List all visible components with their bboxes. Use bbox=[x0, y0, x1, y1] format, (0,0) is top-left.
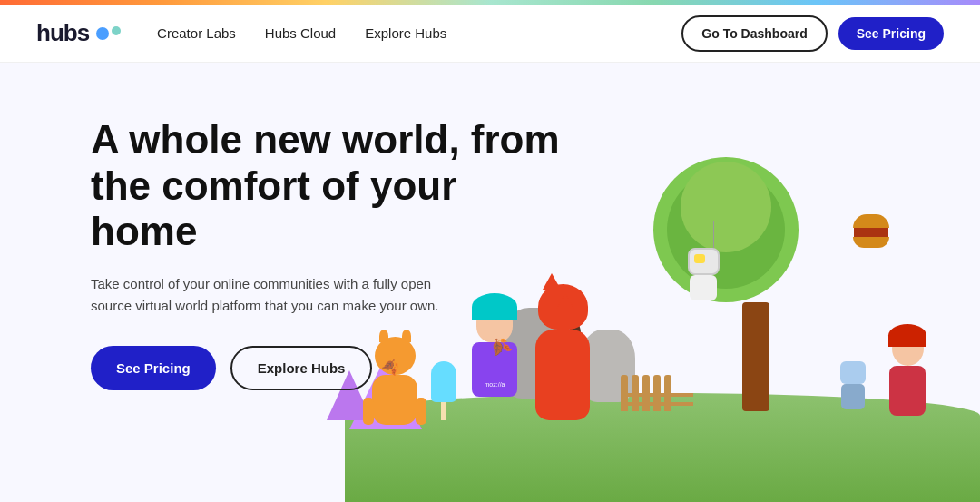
robot-head bbox=[688, 248, 720, 275]
nav-actions: Go To Dashboard See Pricing bbox=[681, 15, 944, 52]
red-hair bbox=[888, 324, 926, 347]
logo-dot-blue bbox=[96, 27, 109, 40]
burger-patty bbox=[854, 228, 888, 237]
hero-subtitle: Take control of your online communities … bbox=[91, 273, 454, 317]
fence-rail-bottom bbox=[621, 402, 693, 406]
small-robot-body bbox=[841, 384, 865, 409]
logo-icon bbox=[96, 27, 121, 40]
see-pricing-hero-button[interactable]: See Pricing bbox=[91, 346, 216, 390]
nav-link-hubs-cloud[interactable]: Hubs Cloud bbox=[265, 25, 336, 41]
red-hair-head bbox=[892, 331, 924, 366]
explore-hubs-hero-button[interactable]: Explore Hubs bbox=[230, 346, 373, 390]
tree-top bbox=[653, 157, 799, 302]
popsicle-stick bbox=[441, 402, 446, 420]
red-hair-character bbox=[889, 331, 926, 416]
fence-rail-top bbox=[621, 393, 693, 397]
logo-dot-teal bbox=[112, 26, 121, 35]
small-robot-character bbox=[835, 361, 871, 416]
nav-link-creator-labs[interactable]: Creator Labs bbox=[157, 25, 236, 41]
burger-bun-top bbox=[853, 214, 889, 228]
hero-section: A whole new world, from the comfort of y… bbox=[0, 63, 980, 502]
go-to-dashboard-button[interactable]: Go To Dashboard bbox=[681, 15, 827, 52]
logo[interactable]: hubs bbox=[36, 19, 121, 47]
see-pricing-nav-button[interactable]: See Pricing bbox=[838, 17, 944, 50]
fence bbox=[621, 375, 671, 411]
navbar: hubs Creator Labs Hubs Cloud Explore Hub… bbox=[0, 5, 980, 63]
small-robot-head bbox=[840, 361, 866, 384]
burger-bun-bottom bbox=[853, 237, 889, 248]
robot-astronaut-character bbox=[681, 248, 726, 302]
hero-content: A whole new world, from the comfort of y… bbox=[91, 117, 563, 390]
burger-item bbox=[853, 214, 889, 248]
hero-buttons: See Pricing Explore Hubs bbox=[91, 346, 563, 390]
nav-links: Creator Labs Hubs Cloud Explore Hubs bbox=[157, 25, 681, 41]
nav-link-explore-hubs[interactable]: Explore Hubs bbox=[365, 25, 446, 41]
hero-title: A whole new world, from the comfort of y… bbox=[91, 117, 563, 255]
logo-text: hubs bbox=[36, 19, 89, 47]
robot-body bbox=[690, 275, 717, 300]
tree-trunk bbox=[742, 302, 769, 411]
red-hair-body bbox=[889, 366, 926, 416]
